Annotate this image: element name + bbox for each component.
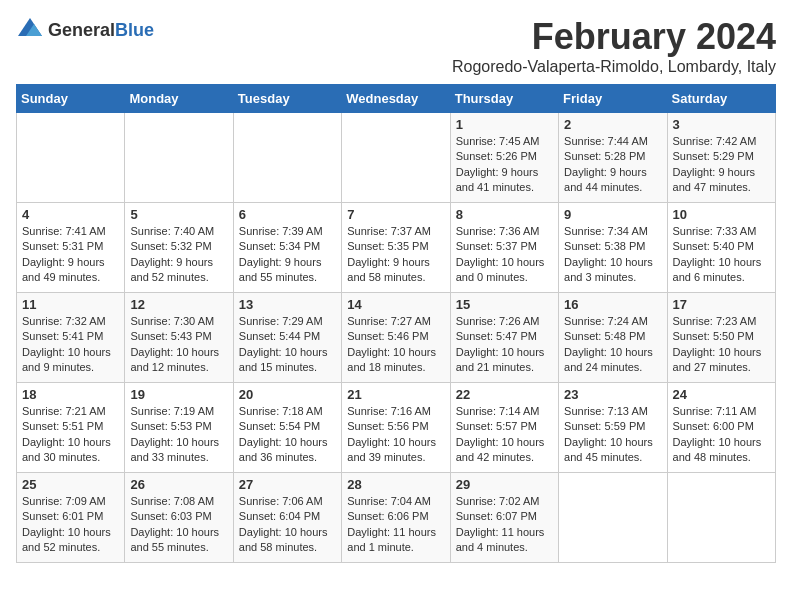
day-number: 5 [130, 207, 227, 222]
calendar-week-4: 18Sunrise: 7:21 AM Sunset: 5:51 PM Dayli… [17, 383, 776, 473]
header-wednesday: Wednesday [342, 85, 450, 113]
calendar-cell: 27Sunrise: 7:06 AM Sunset: 6:04 PM Dayli… [233, 473, 341, 563]
calendar-cell: 22Sunrise: 7:14 AM Sunset: 5:57 PM Dayli… [450, 383, 558, 473]
day-content: Sunrise: 7:19 AM Sunset: 5:53 PM Dayligh… [130, 404, 227, 466]
calendar-cell [17, 113, 125, 203]
day-content: Sunrise: 7:04 AM Sunset: 6:06 PM Dayligh… [347, 494, 444, 556]
calendar-cell [233, 113, 341, 203]
day-content: Sunrise: 7:44 AM Sunset: 5:28 PM Dayligh… [564, 134, 661, 196]
calendar-week-2: 4Sunrise: 7:41 AM Sunset: 5:31 PM Daylig… [17, 203, 776, 293]
calendar-cell: 2Sunrise: 7:44 AM Sunset: 5:28 PM Daylig… [559, 113, 667, 203]
day-number: 22 [456, 387, 553, 402]
calendar-cell: 7Sunrise: 7:37 AM Sunset: 5:35 PM Daylig… [342, 203, 450, 293]
calendar-cell: 9Sunrise: 7:34 AM Sunset: 5:38 PM Daylig… [559, 203, 667, 293]
logo-icon [16, 16, 44, 44]
calendar-table: Sunday Monday Tuesday Wednesday Thursday… [16, 84, 776, 563]
day-number: 6 [239, 207, 336, 222]
calendar-cell: 15Sunrise: 7:26 AM Sunset: 5:47 PM Dayli… [450, 293, 558, 383]
day-number: 21 [347, 387, 444, 402]
day-content: Sunrise: 7:26 AM Sunset: 5:47 PM Dayligh… [456, 314, 553, 376]
day-number: 15 [456, 297, 553, 312]
calendar-cell: 20Sunrise: 7:18 AM Sunset: 5:54 PM Dayli… [233, 383, 341, 473]
day-number: 12 [130, 297, 227, 312]
day-content: Sunrise: 7:41 AM Sunset: 5:31 PM Dayligh… [22, 224, 119, 286]
day-content: Sunrise: 7:33 AM Sunset: 5:40 PM Dayligh… [673, 224, 770, 286]
day-content: Sunrise: 7:14 AM Sunset: 5:57 PM Dayligh… [456, 404, 553, 466]
day-number: 13 [239, 297, 336, 312]
calendar-body: 1Sunrise: 7:45 AM Sunset: 5:26 PM Daylig… [17, 113, 776, 563]
day-content: Sunrise: 7:21 AM Sunset: 5:51 PM Dayligh… [22, 404, 119, 466]
day-number: 17 [673, 297, 770, 312]
calendar-cell: 12Sunrise: 7:30 AM Sunset: 5:43 PM Dayli… [125, 293, 233, 383]
day-content: Sunrise: 7:42 AM Sunset: 5:29 PM Dayligh… [673, 134, 770, 196]
calendar-week-3: 11Sunrise: 7:32 AM Sunset: 5:41 PM Dayli… [17, 293, 776, 383]
day-number: 2 [564, 117, 661, 132]
calendar-cell: 13Sunrise: 7:29 AM Sunset: 5:44 PM Dayli… [233, 293, 341, 383]
calendar-cell: 14Sunrise: 7:27 AM Sunset: 5:46 PM Dayli… [342, 293, 450, 383]
day-content: Sunrise: 7:08 AM Sunset: 6:03 PM Dayligh… [130, 494, 227, 556]
calendar-cell: 16Sunrise: 7:24 AM Sunset: 5:48 PM Dayli… [559, 293, 667, 383]
day-content: Sunrise: 7:40 AM Sunset: 5:32 PM Dayligh… [130, 224, 227, 286]
calendar-cell: 8Sunrise: 7:36 AM Sunset: 5:37 PM Daylig… [450, 203, 558, 293]
day-number: 26 [130, 477, 227, 492]
day-content: Sunrise: 7:32 AM Sunset: 5:41 PM Dayligh… [22, 314, 119, 376]
day-content: Sunrise: 7:37 AM Sunset: 5:35 PM Dayligh… [347, 224, 444, 286]
day-content: Sunrise: 7:09 AM Sunset: 6:01 PM Dayligh… [22, 494, 119, 556]
day-number: 1 [456, 117, 553, 132]
calendar-cell [125, 113, 233, 203]
logo-general: General [48, 20, 115, 40]
calendar-cell: 21Sunrise: 7:16 AM Sunset: 5:56 PM Dayli… [342, 383, 450, 473]
header-row: Sunday Monday Tuesday Wednesday Thursday… [17, 85, 776, 113]
calendar-cell: 1Sunrise: 7:45 AM Sunset: 5:26 PM Daylig… [450, 113, 558, 203]
day-number: 8 [456, 207, 553, 222]
calendar-week-1: 1Sunrise: 7:45 AM Sunset: 5:26 PM Daylig… [17, 113, 776, 203]
logo: GeneralBlue [16, 16, 154, 44]
calendar-cell: 11Sunrise: 7:32 AM Sunset: 5:41 PM Dayli… [17, 293, 125, 383]
calendar-header: Sunday Monday Tuesday Wednesday Thursday… [17, 85, 776, 113]
calendar-cell: 3Sunrise: 7:42 AM Sunset: 5:29 PM Daylig… [667, 113, 775, 203]
day-number: 14 [347, 297, 444, 312]
header-thursday: Thursday [450, 85, 558, 113]
day-content: Sunrise: 7:06 AM Sunset: 6:04 PM Dayligh… [239, 494, 336, 556]
calendar-cell: 4Sunrise: 7:41 AM Sunset: 5:31 PM Daylig… [17, 203, 125, 293]
calendar-cell: 17Sunrise: 7:23 AM Sunset: 5:50 PM Dayli… [667, 293, 775, 383]
calendar-cell: 25Sunrise: 7:09 AM Sunset: 6:01 PM Dayli… [17, 473, 125, 563]
day-content: Sunrise: 7:36 AM Sunset: 5:37 PM Dayligh… [456, 224, 553, 286]
header-tuesday: Tuesday [233, 85, 341, 113]
calendar-cell: 29Sunrise: 7:02 AM Sunset: 6:07 PM Dayli… [450, 473, 558, 563]
day-content: Sunrise: 7:23 AM Sunset: 5:50 PM Dayligh… [673, 314, 770, 376]
calendar-cell: 18Sunrise: 7:21 AM Sunset: 5:51 PM Dayli… [17, 383, 125, 473]
day-number: 20 [239, 387, 336, 402]
logo-blue: Blue [115, 20, 154, 40]
header-sunday: Sunday [17, 85, 125, 113]
day-number: 25 [22, 477, 119, 492]
day-content: Sunrise: 7:24 AM Sunset: 5:48 PM Dayligh… [564, 314, 661, 376]
calendar-cell: 6Sunrise: 7:39 AM Sunset: 5:34 PM Daylig… [233, 203, 341, 293]
calendar-cell: 10Sunrise: 7:33 AM Sunset: 5:40 PM Dayli… [667, 203, 775, 293]
day-number: 4 [22, 207, 119, 222]
day-number: 9 [564, 207, 661, 222]
header-friday: Friday [559, 85, 667, 113]
day-number: 18 [22, 387, 119, 402]
day-number: 27 [239, 477, 336, 492]
day-content: Sunrise: 7:02 AM Sunset: 6:07 PM Dayligh… [456, 494, 553, 556]
day-number: 19 [130, 387, 227, 402]
logo-text: GeneralBlue [48, 20, 154, 41]
calendar-week-5: 25Sunrise: 7:09 AM Sunset: 6:01 PM Dayli… [17, 473, 776, 563]
day-number: 16 [564, 297, 661, 312]
header: GeneralBlue February 2024 Rogoredo-Valap… [16, 16, 776, 76]
calendar-cell: 24Sunrise: 7:11 AM Sunset: 6:00 PM Dayli… [667, 383, 775, 473]
calendar-cell: 28Sunrise: 7:04 AM Sunset: 6:06 PM Dayli… [342, 473, 450, 563]
calendar-subtitle: Rogoredo-Valaperta-Rimoldo, Lombardy, It… [452, 58, 776, 76]
day-number: 28 [347, 477, 444, 492]
calendar-title: February 2024 [452, 16, 776, 58]
day-number: 3 [673, 117, 770, 132]
calendar-cell: 23Sunrise: 7:13 AM Sunset: 5:59 PM Dayli… [559, 383, 667, 473]
header-saturday: Saturday [667, 85, 775, 113]
calendar-cell [667, 473, 775, 563]
calendar-cell: 5Sunrise: 7:40 AM Sunset: 5:32 PM Daylig… [125, 203, 233, 293]
day-number: 24 [673, 387, 770, 402]
calendar-cell [559, 473, 667, 563]
calendar-cell: 26Sunrise: 7:08 AM Sunset: 6:03 PM Dayli… [125, 473, 233, 563]
day-number: 10 [673, 207, 770, 222]
